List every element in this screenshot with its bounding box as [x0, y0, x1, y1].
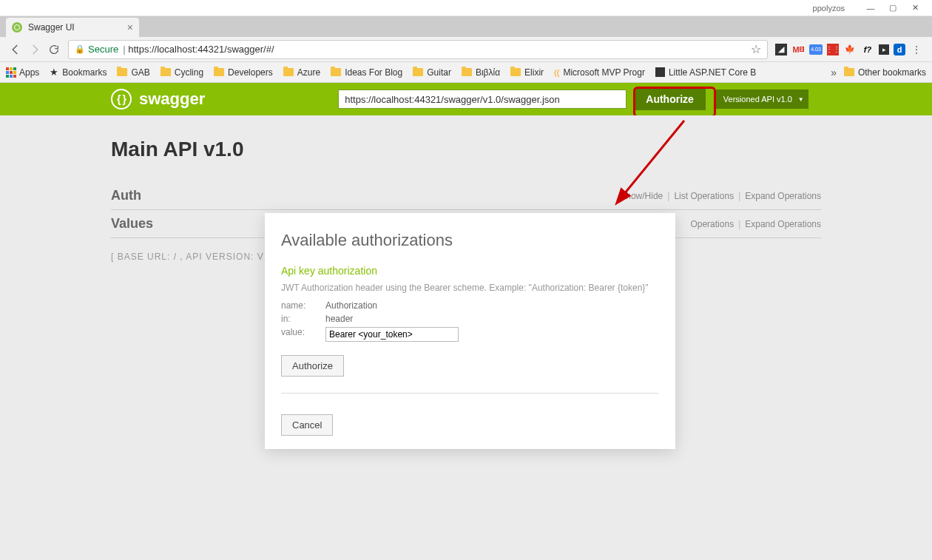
bookmark-label: Elixir: [524, 67, 544, 78]
folder-icon: [214, 68, 224, 76]
window-user: ppolyzos: [813, 4, 845, 13]
name-value: Authorization: [325, 300, 377, 311]
nav-back-button[interactable]: [6, 40, 25, 59]
authorize-button[interactable]: Authorize: [634, 88, 706, 110]
ext-icon[interactable]: 🍁: [843, 43, 857, 56]
section-link[interactable]: Expand Operations: [745, 219, 821, 229]
bookmark-label: Little ASP.NET Core B: [669, 67, 756, 78]
ext-icon[interactable]: f?: [861, 43, 874, 56]
ext-calendar-icon[interactable]: 4.03: [809, 44, 823, 55]
bookmark-label: Microsoft MVP Progr: [563, 67, 644, 78]
page-icon: ((: [554, 68, 559, 77]
apps-label: Apps: [19, 67, 39, 78]
folder-icon: [283, 68, 294, 76]
bookmark-item[interactable]: Little ASP.NET Core B: [655, 67, 756, 78]
folder-icon: [462, 68, 472, 76]
section-row: Auth Show/Hide| List Operations| Expand …: [111, 182, 821, 210]
lock-icon: 🔒: [75, 44, 85, 54]
bookmark-item[interactable]: ★Bookmarks: [50, 67, 107, 78]
section-link[interactable]: Expand Operations: [745, 191, 821, 201]
page-title: Main API v1.0: [111, 138, 821, 161]
browser-tab[interactable]: Swagger UI ×: [6, 18, 139, 37]
section-link[interactable]: Show/Hide: [620, 191, 663, 201]
bookmark-label: Ideas For Blog: [345, 67, 402, 78]
swagger-logo-icon: { }: [111, 89, 132, 109]
bookmark-item[interactable]: Developers: [214, 67, 273, 78]
extension-icons: ◢ M3 4.03 ⋮⋮ 🍁 f? ▸ d ⋮: [772, 43, 926, 56]
in-value: header: [325, 314, 353, 324]
bookmark-item[interactable]: Βιβλία: [462, 67, 500, 78]
page-icon: [655, 67, 665, 77]
bookmark-item[interactable]: GAB: [117, 67, 149, 78]
bookmark-label: Guitar: [427, 67, 451, 78]
window-minimize-button[interactable]: —: [860, 1, 882, 16]
bookmarks-overflow-icon[interactable]: »: [823, 67, 844, 78]
url-text: https://localhost:44321/swagger/#/: [128, 44, 274, 55]
tab-title: Swagger UI: [28, 22, 75, 33]
ext-icon[interactable]: d: [894, 44, 905, 55]
section-links: Show/Hide| List Operations| Expand Opera…: [620, 191, 821, 201]
swagger-header: { } swagger Authorize Versioned API v1.0: [0, 83, 932, 115]
browser-tabstrip: Swagger UI ×: [0, 16, 932, 37]
url-input[interactable]: 🔒 Secure | https://localhost:44321/swagg…: [68, 40, 768, 59]
value-label: value:: [281, 327, 325, 342]
window-titlebar: ppolyzos — ▢ ✕: [0, 0, 932, 16]
apps-button[interactable]: Apps: [6, 67, 39, 78]
section-link[interactable]: List Operations: [674, 191, 734, 201]
divider: [281, 393, 659, 394]
authorize-modal: Available authorizations Api key authori…: [265, 213, 675, 449]
bookmark-item[interactable]: Ideas For Blog: [331, 67, 402, 78]
browser-addressbar: 🔒 Secure | https://localhost:44321/swagg…: [0, 37, 932, 62]
tab-favicon-icon: [12, 22, 22, 33]
section-link[interactable]: Operations: [690, 219, 734, 229]
bookmark-label: Azure: [297, 67, 320, 78]
modal-authorize-button[interactable]: Authorize: [281, 355, 344, 377]
apps-icon: [6, 67, 16, 78]
nav-reload-button[interactable]: [44, 40, 64, 59]
section-name[interactable]: Auth: [111, 188, 141, 203]
browser-menu-icon[interactable]: ⋮: [910, 43, 923, 56]
bookmark-item[interactable]: Elixir: [510, 67, 544, 78]
section-links: Operations| Expand Operations: [690, 219, 821, 229]
section-name[interactable]: Values: [111, 216, 153, 232]
bookmark-label: Bookmarks: [62, 67, 107, 78]
bookmarks-bar: Apps ★Bookmarks GAB Cycling Developers A…: [0, 62, 932, 83]
bookmark-item[interactable]: Azure: [283, 67, 320, 78]
folder-icon: [510, 68, 521, 76]
folder-icon: [844, 68, 854, 76]
folder-icon: [117, 68, 127, 76]
ext-icon[interactable]: ◢: [775, 44, 787, 55]
other-bookmarks-button[interactable]: Other bookmarks: [844, 67, 926, 78]
bookmark-label: GAB: [131, 67, 149, 78]
token-input[interactable]: [325, 327, 459, 342]
bookmark-star-icon[interactable]: ☆: [751, 42, 761, 56]
folder-icon: [161, 68, 171, 76]
name-label: name:: [281, 300, 325, 311]
folder-icon: [331, 68, 341, 76]
bookmark-item[interactable]: ((Microsoft MVP Progr: [554, 67, 645, 78]
ext-icon[interactable]: ⋮⋮: [827, 44, 839, 55]
version-label: Versioned API v1.0: [723, 95, 792, 104]
modal-title: Available authorizations: [281, 231, 659, 250]
swagger-url-input[interactable]: [338, 90, 627, 109]
modal-cancel-button[interactable]: Cancel: [281, 414, 333, 436]
bookmark-label: Developers: [228, 67, 273, 78]
bookmark-item[interactable]: Guitar: [413, 67, 451, 78]
star-icon: ★: [50, 67, 58, 78]
bookmark-label: Cycling: [175, 67, 203, 78]
ext-icon[interactable]: ▸: [879, 44, 889, 55]
ext-gmail-icon[interactable]: M3: [791, 43, 805, 56]
nav-forward-button[interactable]: [25, 40, 44, 59]
bookmark-label: Other bookmarks: [858, 67, 926, 78]
apikey-heading: Api key authorization: [281, 265, 659, 277]
window-maximize-button[interactable]: ▢: [882, 1, 904, 16]
tab-close-icon[interactable]: ×: [127, 21, 133, 33]
window-close-button[interactable]: ✕: [904, 1, 926, 16]
bookmark-label: Βιβλία: [476, 67, 500, 78]
swagger-brand-text: swagger: [139, 90, 205, 109]
swagger-logo: { } swagger: [111, 89, 205, 109]
bookmark-item[interactable]: Cycling: [161, 67, 203, 78]
apikey-description: JWT Authorization header using the Beare…: [281, 283, 659, 293]
version-dropdown[interactable]: Versioned API v1.0: [716, 90, 808, 109]
in-label: in:: [281, 314, 325, 324]
